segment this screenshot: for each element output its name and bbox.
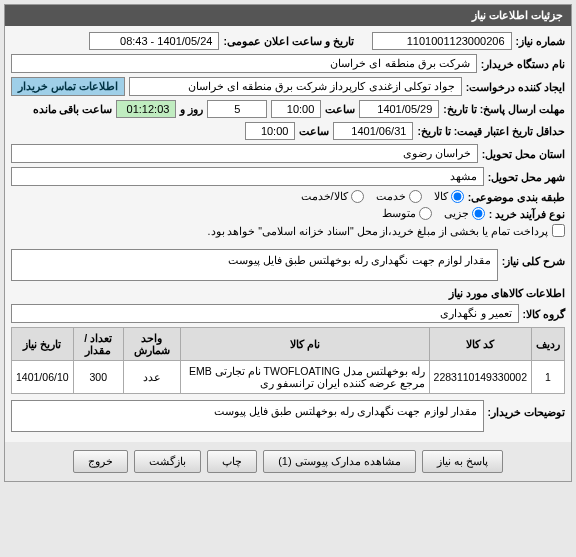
- process-label: نوع فرآیند خرید :: [489, 208, 565, 220]
- button-bar: پاسخ به نیاز مشاهده مدارک پیوستی (1) چاپ…: [5, 442, 571, 481]
- deadline-label: مهلت ارسال پاسخ: تا تاریخ:: [443, 103, 565, 115]
- buyer-device-label: نام دستگاه خریدار:: [481, 58, 565, 70]
- validity-label: حداقل تاریخ اعتبار قیمت: تا تاریخ:: [417, 125, 565, 137]
- buyer-device-value: شرکت برق منطقه ای خراسان: [11, 54, 477, 73]
- requester-value: جواد توکلی ازغندی کارپرداز شرکت برق منطق…: [129, 77, 462, 96]
- hour-label-1: ساعت: [325, 103, 355, 115]
- print-button[interactable]: چاپ: [207, 450, 257, 473]
- buyer-notes-label: توضیحات خریدار:: [488, 400, 565, 418]
- respond-button[interactable]: پاسخ به نیاز: [422, 450, 503, 473]
- day-and-label: روز و: [180, 103, 203, 115]
- panel-title: جزئیات اطلاعات نیاز: [5, 5, 571, 26]
- payment-checkbox[interactable]: [552, 224, 565, 237]
- goods-table: ردیف کد کالا نام کالا واحد شمارش تعداد /…: [11, 327, 565, 394]
- table-header-row: ردیف کد کالا نام کالا واحد شمارش تعداد /…: [12, 328, 565, 361]
- contact-info-link[interactable]: اطلاعات تماس خریدار: [11, 77, 125, 96]
- process-radio-group: جزیی متوسط: [382, 207, 485, 220]
- announce-date-label: تاریخ و ساعت اعلان عمومی:: [223, 35, 353, 47]
- radio-jozei[interactable]: جزیی: [444, 207, 485, 220]
- time-remaining-label: ساعت باقی مانده: [33, 103, 113, 115]
- city-value: مشهد: [11, 167, 484, 186]
- buyer-notes-value: مقدار لوازم جهت نگهداری رله بوخهلتس طبق …: [11, 400, 484, 432]
- radio-khedmat[interactable]: خدمت: [376, 190, 422, 203]
- th-code: کد کالا: [429, 328, 531, 361]
- panel-body: شماره نیاز: 1101001123000206 تاریخ و ساع…: [5, 26, 571, 442]
- payment-note: پرداخت تمام یا بخشی از مبلغ خرید،از محل …: [208, 225, 548, 237]
- th-unit: واحد شمارش: [123, 328, 180, 361]
- requester-label: ایجاد کننده درخواست:: [466, 81, 565, 93]
- payment-check-row[interactable]: پرداخت تمام یا بخشی از مبلغ خرید،از محل …: [208, 224, 565, 237]
- hour-label-2: ساعت: [299, 125, 329, 137]
- cell-name: رله بوخهلتس مدل TWOFLOATING نام تجارتی E…: [180, 361, 429, 394]
- radio-kala-khedmat[interactable]: کالا/خدمت: [301, 190, 364, 203]
- cell-qty: 300: [73, 361, 123, 394]
- validity-time: 10:00: [245, 122, 295, 140]
- deadline-time: 10:00: [271, 100, 321, 118]
- th-date: تاریخ نیاز: [12, 328, 74, 361]
- table-row[interactable]: 1 2283110149330002 رله بوخهلتس مدل TWOFL…: [12, 361, 565, 394]
- city-label: شهر محل تحویل:: [488, 171, 565, 183]
- province-label: استان محل تحویل:: [482, 148, 565, 160]
- cell-code: 2283110149330002: [429, 361, 531, 394]
- goods-group-label: گروه کالا:: [523, 308, 565, 320]
- goods-group-value: تعمیر و نگهداری: [11, 304, 519, 323]
- radio-motavasset[interactable]: متوسط: [382, 207, 432, 220]
- announce-date-value: 1401/05/24 - 08:43: [89, 32, 219, 50]
- need-desc-label: شرح کلی نیاز:: [502, 249, 565, 267]
- need-number-value: 1101001123000206: [372, 32, 512, 50]
- cell-date: 1401/06/10: [12, 361, 74, 394]
- attachments-button[interactable]: مشاهده مدارک پیوستی (1): [263, 450, 416, 473]
- th-index: ردیف: [532, 328, 565, 361]
- cell-idx: 1: [532, 361, 565, 394]
- cell-unit: عدد: [123, 361, 180, 394]
- category-radio-group: کالا خدمت کالا/خدمت: [301, 190, 464, 203]
- back-button[interactable]: بازگشت: [134, 450, 201, 473]
- goods-section-title: اطلاعات کالاهای مورد نیاز: [11, 287, 565, 300]
- exit-button[interactable]: خروج: [73, 450, 128, 473]
- days-remaining: 5: [207, 100, 267, 118]
- province-value: خراسان رضوی: [11, 144, 478, 163]
- th-name: نام کالا: [180, 328, 429, 361]
- need-desc-value: مقدار لوازم جهت نگهداری رله بوخهلتس طبق …: [11, 249, 498, 281]
- details-panel: جزئیات اطلاعات نیاز شماره نیاز: 11010011…: [4, 4, 572, 482]
- need-number-label: شماره نیاز:: [516, 35, 565, 47]
- category-label: طبقه بندی موضوعی:: [468, 191, 565, 203]
- radio-kala[interactable]: کالا: [434, 190, 464, 203]
- countdown: 01:12:03: [116, 100, 176, 118]
- validity-date: 1401/06/31: [333, 122, 413, 140]
- deadline-date: 1401/05/29: [359, 100, 439, 118]
- th-qty: تعداد / مقدار: [73, 328, 123, 361]
